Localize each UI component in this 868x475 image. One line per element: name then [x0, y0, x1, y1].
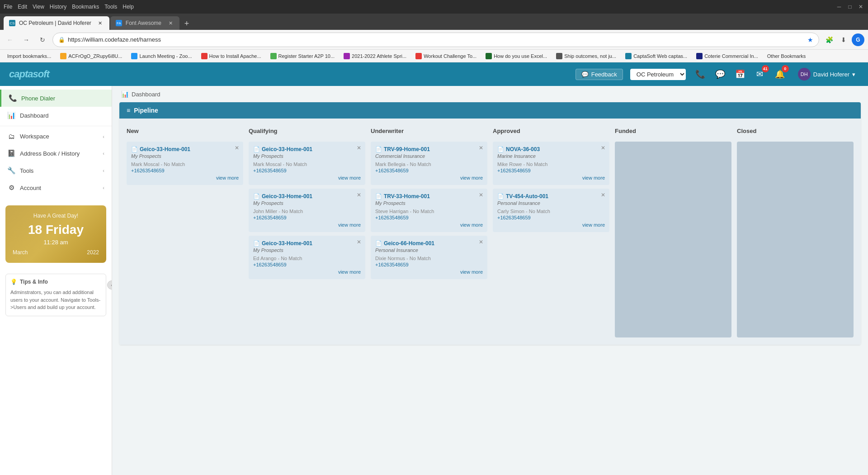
sidebar-item-workspace[interactable]: 🗂 Workspace ‹ — [0, 128, 112, 145]
view-more-qual-1[interactable]: view more — [253, 175, 361, 180]
bookmark-zoom[interactable]: Launch Meeting - Zoo... — [127, 52, 195, 60]
card-phone-app-2[interactable]: +16263548659 — [497, 215, 605, 220]
pipeline-card-uw-2[interactable]: 📄 TRV-33-Home-001 ✕ My Prospects Steve H… — [371, 189, 487, 232]
pipeline-card-new-1[interactable]: 📄 Geico-33-Home-001 ✕ My Prospects Mark … — [127, 142, 243, 185]
card-close-new-1[interactable]: ✕ — [233, 144, 241, 152]
bookmark-apache[interactable]: How to Install Apache... — [198, 52, 265, 60]
card-phone-qual-3[interactable]: +16263548659 — [253, 262, 361, 267]
card-phone-qual-2[interactable]: +16263548659 — [253, 215, 361, 220]
card-person-new-1: Mark Moscal - No Match — [131, 162, 239, 167]
phone-icon-button[interactable]: 📞 — [693, 67, 708, 81]
bookmark-coterie[interactable]: Coterie Commercial In... — [693, 52, 762, 60]
pipeline-card-uw-3[interactable]: 📄 Geico-66-Home-001 ✕ Personal Insurance… — [371, 236, 487, 279]
view-more-app-1[interactable]: view more — [497, 175, 605, 180]
bookmark-other[interactable]: Other Bookmarks — [764, 52, 810, 60]
forward-button[interactable]: → — [20, 33, 33, 46]
refresh-button[interactable]: ↻ — [36, 33, 49, 46]
feedback-button[interactable]: 💬 Feedback — [576, 69, 623, 80]
menu-edit[interactable]: Edit — [18, 4, 27, 10]
card-close-app-2[interactable]: ✕ — [599, 191, 607, 199]
menu-view[interactable]: View — [33, 4, 44, 10]
new-tab-button[interactable]: + — [180, 17, 193, 30]
card-close-uw-1[interactable]: ✕ — [477, 144, 485, 152]
card-person-app-1: Mike Rowe - No Match — [497, 162, 605, 167]
close-button[interactable]: ✕ — [857, 3, 864, 10]
back-button[interactable]: ← — [4, 33, 16, 46]
menu-help[interactable]: Help — [123, 4, 134, 10]
card-close-uw-2[interactable]: ✕ — [477, 191, 485, 199]
calendar-icon-button[interactable]: 📅 — [733, 67, 747, 81]
bookmark-import[interactable]: Import bookmarks... — [4, 52, 55, 60]
sidebar-item-tools[interactable]: 🔧 Tools ‹ — [0, 162, 112, 179]
user-name: David Hoferer — [813, 71, 849, 78]
card-close-qual-2[interactable]: ✕ — [355, 191, 363, 199]
card-phone-uw-2[interactable]: +16263548659 — [375, 215, 483, 220]
chat-icon-button[interactable]: 💬 — [713, 67, 727, 81]
pipeline-card-qual-1[interactable]: 📄 Geico-33-Home-001 ✕ My Prospects Mark … — [249, 142, 365, 185]
url-bar[interactable]: 🔒 https://william.codefaze.net/harness ★ — [52, 33, 819, 47]
column-header-new: New — [127, 126, 243, 138]
menu-bookmarks[interactable]: Bookmarks — [72, 4, 99, 10]
bookmark-ship[interactable]: Ship outcomes, not ju... — [552, 52, 620, 60]
profile-button[interactable]: G — [852, 33, 864, 46]
sidebar-divider-1 — [0, 126, 112, 126]
card-person-qual-2: John Miller - No Match — [253, 209, 361, 214]
tips-widget: 💡 Tips & Info Adminstrators, you can add… — [5, 274, 106, 316]
sidebar-item-dashboard[interactable]: 📊 Dashboard — [0, 107, 112, 124]
bookmark-excel[interactable]: How do you use Excel... — [482, 52, 551, 60]
tab-close-fontawesome[interactable]: ✕ — [167, 19, 174, 27]
bookmark-register[interactable]: Register Starter A2P 10... — [267, 52, 339, 60]
card-close-qual-1[interactable]: ✕ — [355, 144, 363, 152]
minimize-button[interactable]: ─ — [835, 3, 843, 10]
extensions-icon[interactable]: 🧩 — [823, 33, 835, 46]
address-book-icon: 📓 — [7, 149, 15, 157]
tab-captasoft[interactable]: CS OC Petroleum | David Hoferer ✕ — [4, 16, 109, 30]
card-phone-uw-1[interactable]: +16263548659 — [375, 168, 483, 173]
card-close-qual-3[interactable]: ✕ — [355, 238, 363, 246]
card-close-uw-3[interactable]: ✕ — [477, 238, 485, 246]
download-icon[interactable]: ⬇ — [837, 33, 850, 46]
view-more-new-1[interactable]: view more — [131, 175, 239, 180]
sidebar-workspace-label: Workspace — [20, 133, 98, 140]
card-close-app-1[interactable]: ✕ — [599, 144, 607, 152]
sidebar-item-phone-dialer[interactable]: 📞 Phone Dialer — [0, 90, 112, 107]
menu-file[interactable]: File — [4, 4, 12, 10]
pipeline-column-qualifying: Qualifying 📄 Geico-33-Home-001 ✕ My Pros… — [249, 126, 365, 337]
view-more-qual-3[interactable]: view more — [253, 269, 361, 275]
pipeline-card-app-2[interactable]: 📄 TV-454-Auto-001 ✕ Personal Insurance C… — [493, 189, 609, 232]
menu-history[interactable]: History — [50, 4, 66, 10]
bookmark-captasoft[interactable]: CaptaSoft Web captas... — [622, 52, 691, 60]
view-more-qual-2[interactable]: view more — [253, 222, 361, 228]
card-subtitle-qual-2: My Prospects — [253, 200, 361, 206]
pipeline-card-qual-3[interactable]: 📄 Geico-33-Home-001 ✕ My Prospects Ed Ar… — [249, 236, 365, 279]
company-selector[interactable]: OC Petroleum — [630, 69, 686, 80]
bookmark-star-icon[interactable]: ★ — [807, 36, 813, 43]
bell-icon-button[interactable]: 🔔 0 — [773, 67, 787, 81]
card-phone-app-1[interactable]: +16263548659 — [497, 168, 605, 173]
tab-fontawesome[interactable]: FA Font Awesome ✕ — [110, 16, 179, 30]
user-menu-button[interactable]: DH David Hoferer ▾ — [794, 66, 859, 82]
sidebar-item-address-book[interactable]: 📓 Address Book / History ‹ — [0, 145, 112, 162]
card-subtitle-uw-3: Personal Insurance — [375, 247, 483, 253]
view-more-uw-2[interactable]: view more — [375, 222, 483, 228]
mail-icon-button[interactable]: ✉ 41 — [753, 67, 767, 81]
sidebar-resize-handle[interactable]: ‹ — [107, 280, 112, 290]
card-phone-uw-3[interactable]: +16263548659 — [375, 262, 483, 267]
menu-tools[interactable]: Tools — [104, 4, 117, 10]
view-more-uw-3[interactable]: view more — [375, 269, 483, 275]
pipeline-card-app-1[interactable]: 📄 NOVA-36-003 ✕ Marine Insurance Mike Ro… — [493, 142, 609, 185]
column-header-approved: Approved — [493, 126, 609, 138]
view-more-app-2[interactable]: view more — [497, 222, 605, 228]
sidebar-item-account[interactable]: ⚙ Account ‹ — [0, 179, 112, 196]
pipeline-card-qual-2[interactable]: 📄 Geico-33-Home-001 ✕ My Prospects John … — [249, 189, 365, 232]
tab-close-captasoft[interactable]: ✕ — [97, 19, 104, 27]
bookmark-workout[interactable]: Workout Challenge To... — [412, 52, 480, 60]
pipeline-card-uw-1[interactable]: 📄 TRV-99-Home-001 ✕ Commercial Insurance… — [371, 142, 487, 185]
card-phone-new-1[interactable]: +16263548659 — [131, 168, 239, 173]
maximize-button[interactable]: □ — [846, 3, 854, 10]
bookmark-acfr[interactable]: ACFrOgO_ZRupy6i8U... — [57, 52, 126, 60]
card-subtitle-qual-1: My Prospects — [253, 153, 361, 159]
view-more-uw-1[interactable]: view more — [375, 175, 483, 180]
card-phone-qual-1[interactable]: +16263548659 — [253, 168, 361, 173]
bookmark-athlete[interactable]: 2021-2022 Athlete Spri... — [340, 52, 410, 60]
